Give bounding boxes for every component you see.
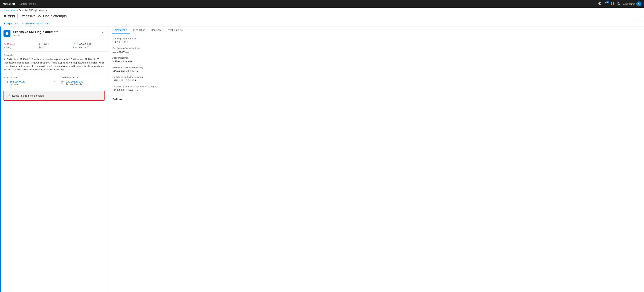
last-detection-network-label: Last detection (in the network): [112, 76, 640, 78]
book-icon[interactable]: [611, 2, 614, 6]
cloud-icon[interactable]: [617, 2, 620, 6]
severity-value: ⚠ Critical: [4, 42, 31, 46]
last-detection-value: ⏱ 2 weeks ago: [73, 42, 101, 45]
user-name: alice-admin: [624, 2, 635, 5]
dest-device-sub: Domain Controller: [66, 83, 83, 85]
status-text: New: [42, 42, 47, 45]
alert-title: Excessive SMB login attempts: [13, 30, 99, 34]
source-device-ip[interactable]: 192.168.0.110: [10, 80, 26, 83]
download-pcap-label: Download Filtered Pcap: [25, 22, 49, 25]
last-detection-label: Last detection ⓘ: [73, 46, 101, 49]
alert-title-area: Excessive SMB login attempts Alert ID: 2…: [13, 30, 99, 37]
severity-label: Severity: [4, 46, 31, 49]
first-detection-detail: First detection (in the network) 11/22/2…: [112, 66, 640, 72]
breadcrumb-sep-2: ›: [17, 9, 18, 11]
source-client-val: 192.168.0.110: [112, 41, 640, 43]
details-content: Source (Client) Address 192.168.0.110 De…: [108, 34, 644, 104]
dest-device-item: Destination device 192.168.10.100: [61, 76, 105, 86]
breadcrumb-home[interactable]: Home: [4, 9, 9, 11]
tab-map-view[interactable]: Map view: [148, 26, 164, 34]
left-panel-accent: [0, 26, 1, 292]
breadcrumb: Home › Alerts › Excessive SMB login atte…: [0, 8, 644, 13]
download-icon: ⬇: [4, 22, 6, 25]
topbar-divider: [17, 2, 17, 5]
page-header: Alerts Excessive SMB login attempts ×: [0, 13, 644, 21]
topbar-icons: 0 alice-admin A: [598, 1, 641, 6]
breadcrumb-alerts[interactable]: Alerts: [11, 9, 16, 11]
toolbar: ⬇ Export PDF ⬇ Download Filtered Pcap: [0, 21, 644, 26]
last-detection-item: ⏱ 2 weeks ago Last detection ⓘ: [70, 42, 104, 49]
last-activity-detail: Last activity (manual or automated chang…: [112, 85, 640, 91]
collapse-button[interactable]: «: [102, 30, 104, 34]
page-subtitle: Excessive SMB login attempts: [20, 14, 67, 18]
svg-rect-2: [4, 81, 7, 83]
notification-icon[interactable]: 0: [604, 2, 608, 6]
topbar: Microsoft contoso - 22.2.6 0: [0, 0, 644, 8]
left-panel: ! Excessive SMB login attempts Alert ID:…: [0, 26, 108, 292]
dest-server-detail: Destination (Server) Address 192.168.10.…: [112, 47, 640, 53]
dropdown-icon[interactable]: ▾: [48, 43, 49, 45]
last-detection-network-val: 11/22/2022, 3:54:43 PM: [112, 79, 640, 82]
alert-id: Alert ID: 21: [13, 34, 99, 37]
source-device-sub: Unknown: [10, 83, 26, 85]
dest-device-label: Destination device: [61, 76, 105, 79]
status-label: Status: [38, 46, 66, 48]
device-section: Source device 192.168.0.110 Unknown: [0, 74, 108, 88]
comment-text: Needs info from vendor team: [12, 94, 44, 97]
status-value: ⟳ New ▾: [38, 42, 66, 45]
description-text: An SMB client 192.168.0.110 performs exc…: [4, 57, 104, 71]
main-content: ! Excessive SMB login attempts Alert ID:…: [0, 26, 644, 292]
tab-take-action[interactable]: Take action: [130, 26, 148, 34]
source-client-detail: Source (Client) Address 192.168.0.110: [112, 37, 640, 43]
dest-device-ip[interactable]: 192.168.10.100: [66, 80, 83, 83]
critical-icon: ⚠: [4, 42, 6, 46]
account-names-detail: Account Names MAL/Administrator: [112, 56, 640, 63]
source-device-item: Source device 192.168.0.110 Unknown: [4, 76, 47, 85]
severity-text: Critical: [7, 42, 15, 45]
info-icon: ⓘ: [87, 46, 89, 49]
monitor-icon: [4, 80, 8, 85]
detail-divider: [112, 95, 640, 95]
notification-badge: 0: [606, 1, 609, 3]
page-header-divider: [18, 13, 18, 18]
description-label: Description: [4, 54, 104, 56]
first-detection-label: First detection (in the network): [112, 66, 640, 69]
export-pdf-button[interactable]: ⬇ Export PDF: [4, 22, 18, 25]
brand-name: Microsoft: [3, 2, 15, 5]
last-detection-text: 2 weeks ago: [77, 42, 92, 45]
topbar-subtitle: contoso - 22.2.6: [19, 2, 36, 5]
close-button[interactable]: ×: [638, 14, 640, 18]
dest-server-val: 192.168.10.100: [112, 50, 640, 53]
account-names-label: Account Names: [112, 56, 640, 59]
avatar: A: [636, 1, 641, 6]
source-client-label: Source (Client) Address: [112, 37, 640, 40]
tabs: Alert details Take action Map view Event…: [108, 26, 644, 34]
alert-header: ! Excessive SMB login attempts Alert ID:…: [0, 26, 108, 40]
page-title: Alerts: [4, 13, 15, 18]
arrow-icon: →: [47, 79, 61, 83]
dest-server-label: Destination (Server) Address: [112, 47, 640, 49]
entities-label: Entities: [112, 98, 640, 101]
server-icon: [61, 80, 64, 86]
tab-event-timeline[interactable]: Event Timeline: [164, 26, 186, 34]
download-pcap-button[interactable]: ⬇ Download Filtered Pcap: [22, 22, 49, 25]
comment-box[interactable]: Needs info from vendor team: [4, 91, 104, 101]
severity-item: ⚠ Critical Severity: [4, 42, 35, 49]
source-device-info: 192.168.0.110 Unknown: [4, 80, 47, 85]
spinner-icon: ⟳: [38, 42, 40, 45]
description-section: Description An SMB client 192.168.0.110 …: [0, 52, 108, 74]
user-menu[interactable]: alice-admin A: [624, 1, 641, 6]
svg-text:!: !: [7, 33, 7, 35]
export-pdf-label: Export PDF: [7, 22, 18, 25]
clock-icon: ⏱: [73, 42, 76, 45]
status-item: ⟳ New ▾ Status: [35, 42, 70, 49]
breadcrumb-current: Excessive SMB login attempts: [18, 9, 46, 11]
tab-alert-details[interactable]: Alert details: [112, 26, 130, 34]
right-panel: Alert details Take action Map view Event…: [108, 26, 644, 292]
settings-icon[interactable]: [598, 2, 602, 6]
account-names-val: MAL/Administrator: [112, 60, 640, 63]
last-detection-detail: Last detection (in the network) 11/22/20…: [112, 76, 640, 82]
svg-rect-5: [62, 81, 64, 84]
first-detection-val: 11/22/2022, 3:54:43 PM: [112, 69, 640, 72]
dest-device-info: 192.168.10.100 Domain Controller: [61, 80, 105, 86]
